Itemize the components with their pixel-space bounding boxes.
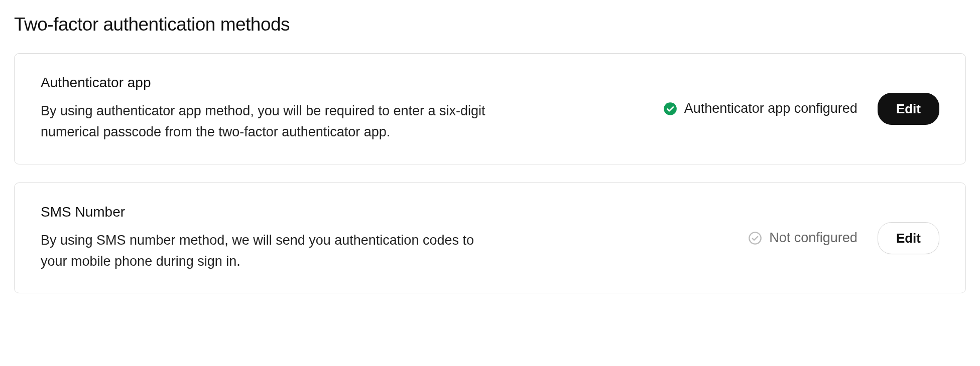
authenticator-status-text: Authenticator app configured	[684, 101, 858, 116]
authenticator-description: By using authenticator app method, you w…	[41, 101, 493, 143]
authenticator-title: Authenticator app	[41, 75, 503, 91]
sms-status: Not configured	[748, 230, 858, 246]
sms-description: By using SMS number method, we will send…	[41, 230, 493, 272]
sms-status-text: Not configured	[769, 230, 858, 246]
authenticator-actions: Authenticator app configured Edit	[663, 93, 939, 125]
section-title: Two-factor authentication methods	[14, 14, 966, 35]
sms-number-card: SMS Number By using SMS number method, w…	[14, 182, 966, 294]
check-circle-outline-icon	[748, 231, 762, 245]
authenticator-edit-button[interactable]: Edit	[878, 93, 939, 125]
svg-point-0	[664, 102, 677, 115]
svg-point-1	[750, 232, 761, 244]
authenticator-status: Authenticator app configured	[663, 101, 858, 116]
authenticator-info: Authenticator app By using authenticator…	[41, 75, 503, 143]
sms-actions: Not configured Edit	[748, 222, 939, 254]
check-circle-filled-icon	[663, 102, 677, 116]
authenticator-app-card: Authenticator app By using authenticator…	[14, 53, 966, 164]
sms-title: SMS Number	[41, 204, 503, 220]
sms-edit-button[interactable]: Edit	[878, 222, 939, 254]
sms-info: SMS Number By using SMS number method, w…	[41, 204, 503, 272]
